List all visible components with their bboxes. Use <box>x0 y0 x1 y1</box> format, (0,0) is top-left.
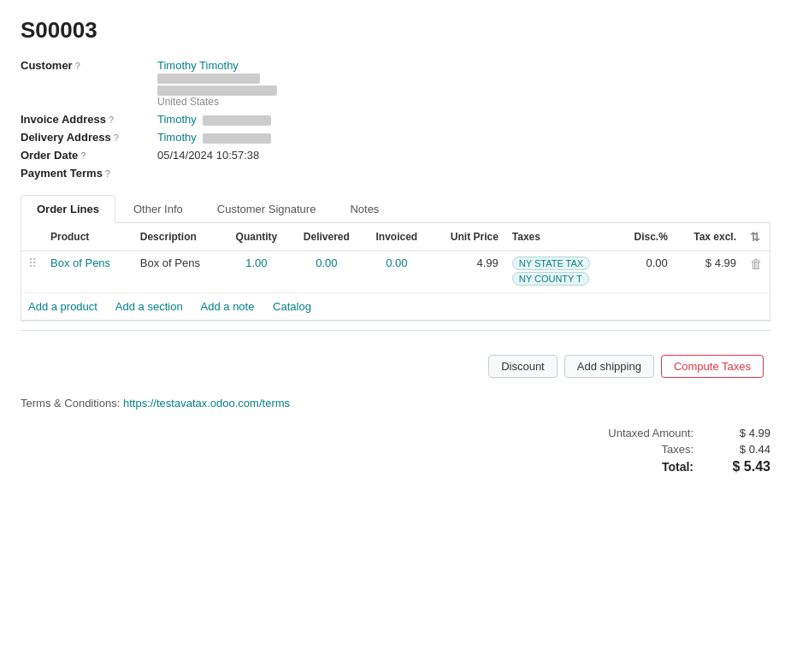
row-unit-price[interactable]: 4.99 <box>430 251 505 293</box>
delivery-help-icon[interactable]: ? <box>114 133 119 143</box>
col-disc-pct: Disc.% <box>617 223 674 251</box>
order-date-row: Order Date ? 05/14/2024 10:57:38 <box>21 149 770 162</box>
untaxed-value: $ 4.99 <box>702 427 770 439</box>
delete-row-icon[interactable]: 🗑 <box>750 256 763 271</box>
payment-terms-row: Payment Terms ? <box>21 167 770 180</box>
divider <box>21 330 770 331</box>
compute-taxes-button[interactable]: Compute Taxes <box>661 355 764 378</box>
discount-button[interactable]: Discount <box>488 355 558 378</box>
untaxed-label: Untaxed Amount: <box>565 427 702 439</box>
column-settings-icon[interactable]: ⇅ <box>750 230 760 244</box>
order-date-help-icon[interactable]: ? <box>80 150 86 161</box>
tab-notes[interactable]: Notes <box>334 195 395 222</box>
col-taxes: Taxes <box>505 223 617 251</box>
drag-handle-icon[interactable]: ⠿ <box>28 256 37 270</box>
page-title: S00003 <box>21 17 770 44</box>
col-product: Product <box>44 223 133 251</box>
table-header-row: Product Description Quantity Delivered I… <box>21 223 770 251</box>
totals-section: Untaxed Amount: $ 4.99 Taxes: $ 0.44 Tot… <box>21 418 770 483</box>
invoice-address-row: Invoice Address ? Timothy <box>21 113 770 126</box>
invoice-address-label: Invoice Address ? <box>21 113 157 126</box>
address-line1-blurred <box>157 74 260 84</box>
row-product[interactable]: Box of Pens <box>44 251 133 293</box>
col-drag <box>21 223 44 251</box>
taxes-value: $ 0.44 <box>702 443 770 456</box>
invoice-help-icon[interactable]: ? <box>109 115 114 125</box>
table-row: ⠿ Box of Pens Box of Pens 1.00 0.00 0.00… <box>21 251 770 293</box>
delivery-address-row: Delivery Address ? Timothy <box>21 131 770 144</box>
col-description: Description <box>133 223 223 251</box>
add-section-link[interactable]: Add a section <box>115 300 183 313</box>
total-row: Total: $ 5.43 <box>565 459 770 475</box>
add-row-actions: Add a product Add a section Add a note C… <box>21 293 770 321</box>
terms-link[interactable]: https://testavatax.odoo.com/terms <box>123 397 290 410</box>
col-delivered: Delivered <box>290 223 363 251</box>
row-tax-excl: $ 4.99 <box>675 251 743 293</box>
order-date-value: 05/14/2024 10:57:38 <box>157 149 259 162</box>
col-settings: ⇅ <box>743 223 770 251</box>
taxes-row: Taxes: $ 0.44 <box>565 443 770 456</box>
row-description[interactable]: Box of Pens <box>133 251 223 293</box>
total-label: Total: <box>565 460 702 474</box>
catalog-link[interactable]: Catalog <box>273 300 311 313</box>
customer-name[interactable]: Timothy Timothy <box>157 59 239 72</box>
col-tax-excl: Tax excl. <box>675 223 743 251</box>
payment-terms-help-icon[interactable]: ? <box>105 168 110 179</box>
row-taxes: NY STATE TAX NY COUNTY T <box>505 251 617 293</box>
tab-customer-signature[interactable]: Customer Signature <box>201 195 333 222</box>
actions-row: Discount Add shipping Compute Taxes <box>21 339 770 393</box>
total-value: $ 5.43 <box>702 459 770 475</box>
add-shipping-button[interactable]: Add shipping <box>564 355 654 378</box>
customer-field-row: Customer ? Timothy Timothy United States <box>21 59 770 108</box>
row-delivered[interactable]: 0.00 <box>290 251 363 293</box>
row-quantity[interactable]: 1.00 <box>223 251 291 293</box>
order-lines-table: Product Description Quantity Delivered I… <box>21 223 770 293</box>
terms-conditions-row: Terms & Conditions: https://testavatax.o… <box>21 393 770 418</box>
tax-badge-state[interactable]: NY STATE TAX <box>512 256 590 270</box>
customer-label: Customer ? <box>21 59 157 72</box>
form-fields: Customer ? Timothy Timothy United States… <box>21 59 770 180</box>
tabs: Order Lines Other Info Customer Signatur… <box>21 195 770 222</box>
customer-country: United States <box>157 96 277 108</box>
delivery-address-blurred <box>203 133 271 144</box>
tab-other-info[interactable]: Other Info <box>117 195 199 222</box>
tax-badge-county[interactable]: NY COUNTY T <box>512 272 589 286</box>
untaxed-amount-row: Untaxed Amount: $ 4.99 <box>565 427 770 439</box>
invoice-address-value[interactable]: Timothy <box>157 113 271 126</box>
taxes-label: Taxes: <box>565 443 702 456</box>
address-line2-blurred <box>157 85 277 96</box>
delivery-address-value[interactable]: Timothy <box>157 131 271 144</box>
col-quantity: Quantity <box>223 223 291 251</box>
order-lines-section: Product Description Quantity Delivered I… <box>21 223 770 321</box>
add-product-link[interactable]: Add a product <box>28 300 97 313</box>
row-delete[interactable]: 🗑 <box>743 251 770 293</box>
tabs-container: Order Lines Other Info Customer Signatur… <box>21 195 770 223</box>
add-note-link[interactable]: Add a note <box>201 300 255 313</box>
col-invoiced: Invoiced <box>363 223 430 251</box>
customer-value: Timothy Timothy United States <box>157 59 277 108</box>
delivery-address-label: Delivery Address ? <box>21 131 157 144</box>
order-date-label: Order Date ? <box>21 149 157 162</box>
row-disc-pct[interactable]: 0.00 <box>617 251 674 293</box>
row-invoiced[interactable]: 0.00 <box>363 251 430 293</box>
payment-terms-label: Payment Terms ? <box>21 167 157 180</box>
invoice-address-blurred <box>203 115 271 126</box>
col-unit-price: Unit Price <box>430 223 505 251</box>
terms-prefix: Terms & Conditions: <box>21 397 120 410</box>
customer-help-icon[interactable]: ? <box>75 61 80 71</box>
row-drag-handle[interactable]: ⠿ <box>21 251 44 293</box>
tab-order-lines[interactable]: Order Lines <box>21 195 115 223</box>
